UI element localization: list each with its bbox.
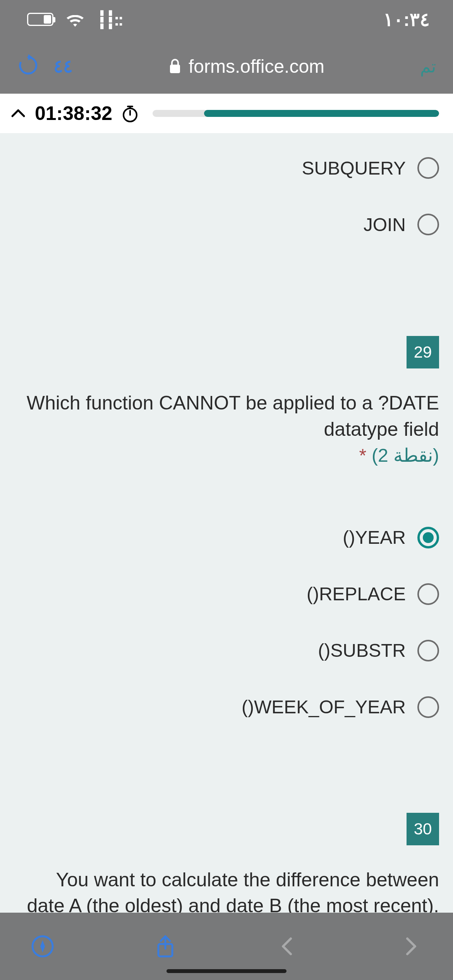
question-number-badge: 29: [407, 336, 439, 368]
form-content[interactable]: SUBQUERY JOIN 29 Which function CANNOT b…: [0, 133, 453, 913]
radio-empty-icon[interactable]: [417, 696, 439, 718]
browser-nav-bar: ٤٤ forms.office.com تم: [0, 39, 453, 94]
question-text: You want to calculate the difference bet…: [14, 867, 439, 913]
battery-icon: [27, 13, 53, 26]
tab-count[interactable]: ٤٤: [53, 56, 73, 77]
radio-empty-icon[interactable]: [417, 214, 439, 235]
timer-value: 01:38:32: [35, 102, 112, 125]
chevron-up-icon[interactable]: [10, 105, 26, 122]
q29-options: ()YEAR ()REPLACE ()SUBSTR ()WEEK_OF_YEAR: [14, 527, 439, 718]
option-label: ()YEAR: [343, 527, 406, 548]
lock-icon: [168, 58, 182, 74]
option-join[interactable]: JOIN: [14, 214, 439, 235]
question-text-content: Which function CANNOT be applied to a ?D…: [27, 392, 439, 440]
option-year[interactable]: ()YEAR: [14, 527, 439, 548]
option-label: ()SUBSTR: [318, 640, 406, 661]
back-icon[interactable]: [272, 935, 303, 958]
progress-bar: [153, 110, 439, 117]
required-star: *: [359, 445, 366, 466]
question-29: 29 Which function CANNOT be applied to a…: [14, 336, 439, 718]
stopwatch-icon: [121, 104, 139, 123]
url-text: forms.office.com: [189, 56, 324, 77]
prior-question-options: SUBQUERY JOIN: [14, 157, 439, 235]
reload-icon[interactable]: [17, 54, 39, 78]
radio-empty-icon[interactable]: [417, 640, 439, 661]
question-text-content: You want to calculate the difference bet…: [27, 869, 439, 913]
browser-bottom-toolbar: [0, 913, 453, 980]
share-icon[interactable]: [150, 935, 181, 958]
option-label: SUBQUERY: [302, 158, 406, 179]
points-text: (2 نقطة): [372, 445, 439, 466]
radio-selected-icon[interactable]: [417, 527, 439, 548]
wifi-icon: [67, 13, 84, 26]
svg-rect-0: [170, 65, 180, 73]
option-label: ()REPLACE: [307, 583, 406, 605]
question-text: Which function CANNOT be applied to a ?D…: [14, 390, 439, 469]
url-display[interactable]: forms.office.com: [73, 56, 420, 77]
option-replace[interactable]: ()REPLACE: [14, 583, 439, 605]
question-number-badge: 30: [407, 813, 439, 845]
question-30: 30 You want to calculate the difference …: [14, 813, 439, 913]
compass-icon[interactable]: [27, 935, 58, 958]
status-bar: ┇┇:: ١٠:٣٤: [0, 0, 453, 39]
option-week-of-year[interactable]: ()WEEK_OF_YEAR: [14, 696, 439, 718]
radio-empty-icon[interactable]: [417, 583, 439, 605]
radio-empty-icon[interactable]: [417, 157, 439, 179]
cellular-signal-icon: ┇┇::: [97, 10, 122, 29]
timer-row: 01:38:32: [0, 94, 453, 133]
status-left-cluster: ┇┇::: [27, 10, 122, 29]
forward-icon[interactable]: [395, 935, 426, 958]
done-button[interactable]: تم: [420, 57, 436, 76]
option-label: ()WEEK_OF_YEAR: [242, 696, 406, 718]
option-subquery[interactable]: SUBQUERY: [14, 157, 439, 179]
option-substr[interactable]: ()SUBSTR: [14, 640, 439, 661]
status-clock: ١٠:٣٤: [383, 9, 430, 30]
option-label: JOIN: [364, 214, 406, 235]
